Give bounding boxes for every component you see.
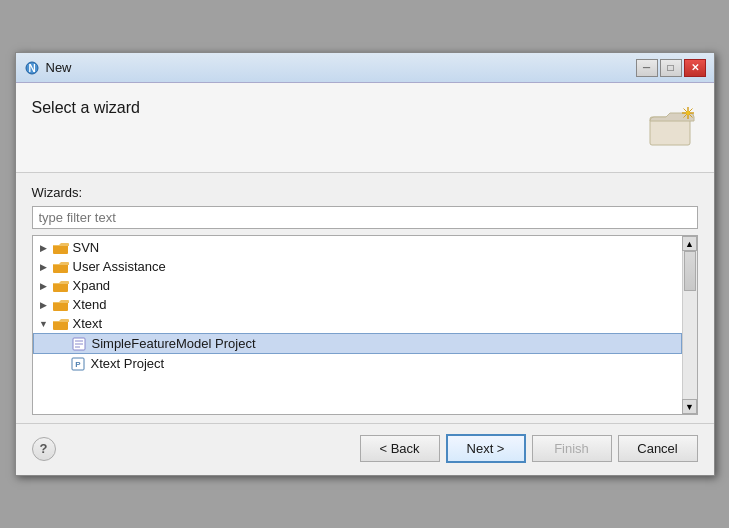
toggle-xpand[interactable]: ▶ (37, 279, 51, 293)
tree-item-user-assistance[interactable]: ▶ User Assistance (33, 257, 682, 276)
finish-button[interactable]: Finish (532, 435, 612, 462)
wizards-label: Wizards: (32, 185, 698, 200)
svg-rect-10 (53, 283, 68, 292)
svg-rect-8 (53, 245, 68, 254)
tree-list[interactable]: ▶ SVN ▶ (33, 236, 682, 414)
tree-item-xtend[interactable]: ▶ Xtend (33, 295, 682, 314)
tree-item-simple-feature-model-label: SimpleFeatureModel Project (92, 336, 256, 351)
window-icon: N (24, 60, 40, 76)
svg-text:N: N (28, 63, 35, 74)
file-icon-xtext-project: P (71, 357, 87, 371)
svg-text:P: P (75, 360, 81, 369)
close-button[interactable]: ✕ (684, 59, 706, 77)
toggle-xtend[interactable]: ▶ (37, 298, 51, 312)
wizard-body: Wizards: ▶ SVN ▶ (16, 173, 714, 423)
cancel-button[interactable]: Cancel (618, 435, 698, 462)
tree-item-xtext-project[interactable]: P Xtext Project (33, 354, 682, 373)
tree-item-xtext-label: Xtext (73, 316, 103, 331)
wizard-header-text: Select a wizard (32, 99, 636, 121)
tree-container: ▶ SVN ▶ (32, 235, 698, 415)
next-button[interactable]: Next > (446, 434, 526, 463)
svg-point-7 (686, 111, 690, 115)
tree-item-xtend-label: Xtend (73, 297, 107, 312)
window-title: New (46, 60, 636, 75)
folder-icon-xtext (53, 317, 69, 331)
folder-icon-svn (53, 241, 69, 255)
help-button[interactable]: ? (32, 437, 56, 461)
window-controls: ─ □ ✕ (636, 59, 706, 77)
new-wizard-dialog: N New ─ □ ✕ Select a wizard (15, 52, 715, 476)
button-bar: ? < Back Next > Finish Cancel (16, 423, 714, 475)
wizard-icon (646, 99, 698, 151)
tree-item-xtext[interactable]: ▼ Xtext (33, 314, 682, 333)
scroll-up-button[interactable]: ▲ (682, 236, 697, 251)
tree-item-xpand[interactable]: ▶ Xpand (33, 276, 682, 295)
svg-rect-11 (53, 302, 68, 311)
scroll-track[interactable] (683, 251, 697, 399)
toggle-user-assistance[interactable]: ▶ (37, 260, 51, 274)
folder-icon-xpand (53, 279, 69, 293)
svg-rect-9 (53, 264, 68, 273)
toggle-svn[interactable]: ▶ (37, 241, 51, 255)
toggle-xtext[interactable]: ▼ (37, 317, 51, 331)
scroll-down-button[interactable]: ▼ (682, 399, 697, 414)
tree-item-xtext-project-label: Xtext Project (91, 356, 165, 371)
folder-icon-user-assistance (53, 260, 69, 274)
wizard-title: Select a wizard (32, 99, 636, 117)
folder-icon-xtend (53, 298, 69, 312)
tree-item-svn-label: SVN (73, 240, 100, 255)
maximize-button[interactable]: □ (660, 59, 682, 77)
scroll-thumb[interactable] (684, 251, 696, 291)
svg-rect-12 (53, 321, 68, 330)
tree-item-user-assistance-label: User Assistance (73, 259, 166, 274)
wizard-header: Select a wizard (16, 83, 714, 173)
filter-input[interactable] (32, 206, 698, 229)
back-button[interactable]: < Back (360, 435, 440, 462)
file-icon-simple-feature-model (72, 337, 88, 351)
tree-item-simple-feature-model[interactable]: SimpleFeatureModel Project (33, 333, 682, 354)
tree-item-svn[interactable]: ▶ SVN (33, 238, 682, 257)
minimize-button[interactable]: ─ (636, 59, 658, 77)
title-bar: N New ─ □ ✕ (16, 53, 714, 83)
tree-scrollbar[interactable]: ▲ ▼ (682, 236, 697, 414)
tree-item-xpand-label: Xpand (73, 278, 111, 293)
